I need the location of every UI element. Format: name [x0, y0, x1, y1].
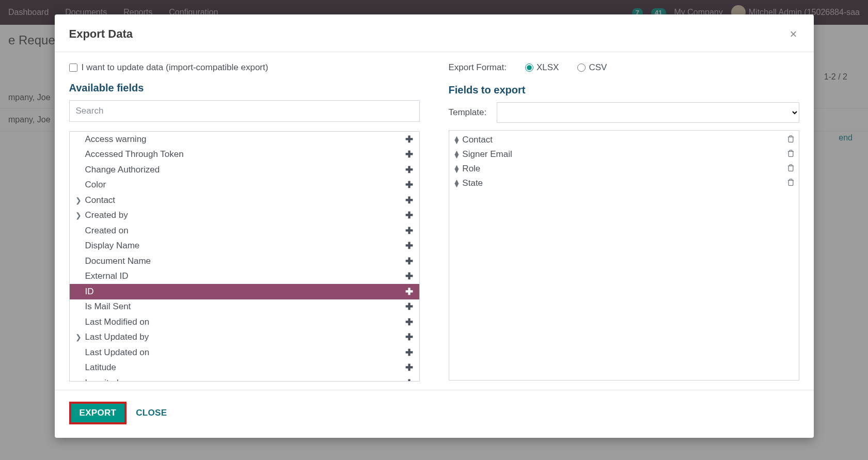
- plus-icon[interactable]: ✚: [403, 377, 415, 381]
- field-label: External ID: [85, 271, 403, 281]
- field-item[interactable]: Color✚: [70, 178, 419, 193]
- modal-body: I want to update data (import-compatible…: [55, 52, 814, 386]
- fields-to-export-list: ▲▼Contact▲▼Signer Email▲▼Role▲▼State: [449, 130, 799, 380]
- export-data-modal: Export Data × I want to update data (imp…: [55, 14, 814, 438]
- available-fields-list[interactable]: Access warning✚Accessed Through Token✚Ch…: [70, 132, 419, 381]
- export-format-row: Export Format: XLSX CSV: [449, 62, 799, 73]
- field-label: Accessed Through Token: [85, 149, 403, 160]
- plus-icon[interactable]: ✚: [403, 225, 415, 236]
- chevron-right-icon[interactable]: ❯: [72, 211, 85, 219]
- drag-handle-icon[interactable]: ▲▼: [453, 136, 461, 144]
- export-format-label: Export Format:: [449, 62, 507, 73]
- update-data-label: I want to update data (import-compatible…: [82, 62, 269, 73]
- close-icon[interactable]: ×: [787, 27, 799, 41]
- field-label: Change Authorized: [85, 165, 403, 175]
- field-item[interactable]: Created on✚: [70, 223, 419, 239]
- template-label: Template:: [449, 107, 487, 118]
- update-data-checkbox[interactable]: [69, 64, 77, 72]
- plus-icon[interactable]: ✚: [403, 195, 415, 206]
- available-fields-container: Access warning✚Accessed Through Token✚Ch…: [69, 131, 420, 382]
- export-field-item[interactable]: ▲▼Signer Email: [453, 147, 795, 162]
- format-xlsx-label: XLSX: [536, 62, 559, 73]
- plus-icon[interactable]: ✚: [403, 347, 415, 358]
- trash-icon[interactable]: [787, 135, 795, 145]
- field-label: Is Mail Sent: [85, 302, 403, 312]
- plus-icon[interactable]: ✚: [403, 240, 415, 251]
- chevron-right-icon[interactable]: ❯: [72, 333, 85, 341]
- plus-icon[interactable]: ✚: [403, 134, 415, 145]
- field-item[interactable]: Is Mail Sent✚: [70, 299, 419, 315]
- field-item[interactable]: ID✚: [70, 284, 419, 299]
- chevron-right-icon[interactable]: ❯: [72, 196, 85, 204]
- plus-icon[interactable]: ✚: [403, 149, 415, 160]
- format-csv-option[interactable]: CSV: [577, 62, 607, 73]
- field-item[interactable]: Display Name✚: [70, 239, 419, 254]
- export-field-item[interactable]: ▲▼Contact: [453, 133, 795, 147]
- field-item[interactable]: External ID✚: [70, 269, 419, 284]
- field-label: Created by: [85, 210, 403, 220]
- fields-to-export-header: Fields to export: [449, 84, 799, 96]
- field-label: Display Name: [85, 241, 403, 251]
- export-field-item[interactable]: ▲▼State: [453, 176, 795, 191]
- right-panel: Export Format: XLSX CSV Fields to export: [449, 62, 799, 382]
- field-label: Last Modified on: [85, 317, 403, 327]
- export-field-label: Signer Email: [462, 149, 786, 160]
- format-csv-radio[interactable]: [577, 64, 586, 72]
- drag-handle-icon[interactable]: ▲▼: [453, 151, 461, 158]
- close-button[interactable]: CLOSE: [136, 408, 167, 418]
- field-item[interactable]: Change Authorized✚: [70, 162, 419, 178]
- field-item[interactable]: Last Modified on✚: [70, 314, 419, 330]
- export-field-label: Role: [462, 164, 786, 174]
- field-item[interactable]: Latitude✚: [70, 360, 419, 376]
- field-item[interactable]: ❯Last Updated by✚: [70, 330, 419, 345]
- template-row: Template:: [449, 102, 799, 123]
- plus-icon[interactable]: ✚: [403, 286, 415, 297]
- plus-icon[interactable]: ✚: [403, 256, 415, 267]
- export-field-label: State: [462, 178, 786, 188]
- search-input[interactable]: [69, 100, 420, 122]
- plus-icon[interactable]: ✚: [403, 271, 415, 282]
- field-item[interactable]: Document Name✚: [70, 253, 419, 269]
- field-label: Access warning: [85, 134, 403, 145]
- drag-handle-icon[interactable]: ▲▼: [453, 180, 461, 187]
- field-label: Last Updated on: [85, 347, 403, 358]
- field-item[interactable]: Access warning✚: [70, 132, 419, 147]
- field-label: Created on: [85, 226, 403, 236]
- format-xlsx-radio[interactable]: [525, 64, 533, 72]
- plus-icon[interactable]: ✚: [403, 164, 415, 176]
- field-item[interactable]: Last Updated on✚: [70, 345, 419, 360]
- modal-title: Export Data: [69, 27, 133, 41]
- field-label: Contact: [85, 195, 403, 205]
- plus-icon[interactable]: ✚: [403, 316, 415, 328]
- export-button[interactable]: EXPORT: [69, 402, 127, 424]
- field-label: Color: [85, 180, 403, 190]
- trash-icon[interactable]: [787, 164, 795, 174]
- modal-header: Export Data ×: [55, 14, 814, 52]
- field-item[interactable]: ❯Created by✚: [70, 208, 419, 224]
- left-panel: I want to update data (import-compatible…: [69, 62, 420, 382]
- field-label: ID: [85, 287, 403, 297]
- plus-icon[interactable]: ✚: [403, 210, 415, 221]
- field-label: Latitude: [85, 362, 403, 373]
- template-select[interactable]: [497, 102, 799, 123]
- field-label: Longitude: [85, 378, 403, 381]
- field-item[interactable]: Accessed Through Token✚: [70, 147, 419, 163]
- format-xlsx-option[interactable]: XLSX: [525, 62, 559, 73]
- plus-icon[interactable]: ✚: [403, 301, 415, 312]
- export-field-label: Contact: [462, 135, 786, 145]
- modal-footer: EXPORT CLOSE: [55, 390, 814, 438]
- field-item[interactable]: Longitude✚: [70, 375, 419, 381]
- plus-icon[interactable]: ✚: [403, 179, 415, 191]
- trash-icon[interactable]: [787, 149, 795, 160]
- drag-handle-icon[interactable]: ▲▼: [453, 165, 461, 172]
- format-csv-label: CSV: [589, 62, 607, 73]
- field-label: Document Name: [85, 256, 403, 266]
- field-item[interactable]: ❯Contact✚: [70, 193, 419, 208]
- trash-icon[interactable]: [787, 178, 795, 188]
- modal-overlay: Export Data × I want to update data (imp…: [0, 0, 868, 460]
- available-fields-header: Available fields: [69, 82, 420, 94]
- plus-icon[interactable]: ✚: [403, 331, 415, 343]
- update-data-checkbox-row[interactable]: I want to update data (import-compatible…: [69, 62, 420, 73]
- plus-icon[interactable]: ✚: [403, 362, 415, 373]
- export-field-item[interactable]: ▲▼Role: [453, 162, 795, 176]
